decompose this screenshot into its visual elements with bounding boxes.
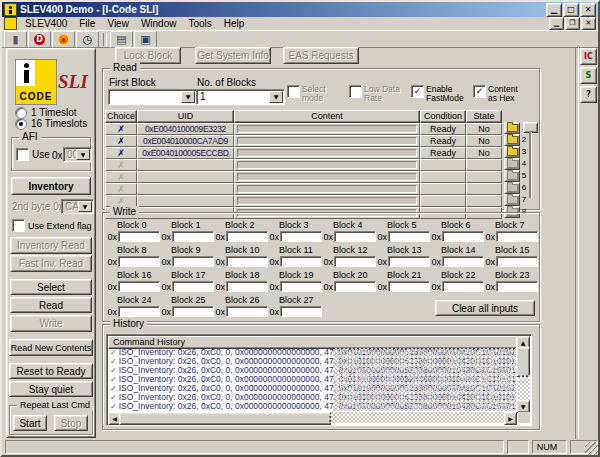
choice-cell[interactable]: ✗ [105,171,137,183]
table-header-content[interactable]: Content [234,110,420,123]
block-27-input[interactable] [280,306,322,317]
first-block-combo[interactable]: ▼ [108,89,197,105]
block-3-input[interactable] [280,231,322,242]
table-header-choice[interactable]: Choice [105,110,137,123]
use-extend-flag-checkbox[interactable] [12,219,25,232]
clock-icon[interactable]: ◷ [76,31,99,48]
block-14-input[interactable] [442,256,484,267]
afi-use-checkbox[interactable] [16,148,29,161]
table-header-state[interactable]: State [466,110,502,123]
block-26-input[interactable] [226,306,268,317]
command-history-list[interactable]: Command History ✓ISO_Inventory: 0x26, 0x… [106,334,532,426]
chevron-down-icon[interactable]: ▼ [78,201,92,212]
block-12-input[interactable] [334,256,376,267]
icode-icon[interactable]: IC [580,48,597,65]
monitor-icon[interactable]: ▣ [134,31,157,48]
select-button[interactable]: Select [10,279,92,295]
radio-1-timeslot[interactable]: 1 Timeslot [15,107,77,118]
checkbox[interactable] [349,85,362,98]
close-button[interactable]: ✕ [580,3,596,17]
vscroll-track[interactable] [518,375,530,400]
radio-1-timeslot-circle[interactable] [15,107,27,119]
block-1-input[interactable] [172,231,214,242]
afi-value-combo[interactable]: 00▼ [63,147,92,162]
block-21-input[interactable] [388,281,430,292]
block-11-input[interactable] [280,256,322,267]
history-entry[interactable]: ✓ISO_Inventory: 0x26, 0xC0, 0, 0x0000000… [108,366,516,375]
checkbox[interactable]: ✓ [411,85,424,98]
menu-file[interactable]: File [73,17,101,30]
open-row-button[interactable] [504,146,520,158]
choice-cell[interactable]: ✗ [105,183,137,195]
properties-icon[interactable]: ▤ [110,31,133,48]
reset-to-ready-button[interactable]: Reset to Ready [9,363,93,379]
block-18-input[interactable] [226,281,268,292]
choice-cell[interactable]: ✗ [105,135,137,147]
choice-cell[interactable]: ✗ [105,123,137,135]
minimize-button[interactable]: ▁ [546,3,562,17]
get-system-info-button[interactable]: Get System Info [195,47,271,64]
history-entry[interactable]: ✓ISO_Inventory: 0x26, 0xC0, 0, 0x0000000… [108,357,516,366]
history-entry[interactable]: ✓ISO_Inventory: 0x26, 0xC0, 0, 0x0000000… [108,393,516,402]
mdi-minimize-button[interactable]: ▁ [549,17,564,30]
hscroll-thumb[interactable] [119,412,331,425]
block-5-input[interactable] [388,231,430,242]
block-22-input[interactable] [442,281,484,292]
eas-requests-button[interactable]: EAS Requests [283,47,359,64]
open-row-button[interactable] [504,170,520,182]
maximize-button[interactable]: □ [563,3,579,17]
block-7-input[interactable] [496,231,538,242]
menu-help[interactable]: Help [218,17,251,30]
d-badge-icon[interactable]: D [28,31,51,48]
block-23-input[interactable] [496,281,538,292]
history-entry[interactable]: ✓ISO_Inventory: 0x26, 0xC0, 0, 0x0000000… [108,375,516,384]
block-20-input[interactable] [334,281,376,292]
checkbox[interactable]: ✓ [473,85,486,98]
hscroll-track[interactable] [329,412,504,423]
block-15-input[interactable] [496,256,538,267]
radio-16-timeslots[interactable]: 16 Timeslots [15,118,87,129]
block-24-input[interactable] [118,306,160,317]
open-row-button[interactable] [504,182,520,194]
checkbox[interactable] [287,85,300,98]
open-row-button[interactable] [504,158,520,170]
chevron-down-icon[interactable]: ▼ [76,149,90,160]
read-button[interactable]: Read [10,297,92,313]
menu-tools[interactable]: Tools [182,17,217,30]
chevron-down-icon[interactable]: ▼ [181,91,195,103]
table-header-uid[interactable]: UID [137,110,234,123]
open-row-button[interactable] [504,194,520,206]
sli-icon[interactable]: S [580,67,597,84]
menu-slev400[interactable]: SLEV400 [19,17,73,30]
context-help-icon[interactable]: ? [580,86,597,103]
menu-window[interactable]: Window [135,17,183,30]
clear-all-inputs-button[interactable]: Clear all inputs [435,300,535,316]
block-19-input[interactable] [280,281,322,292]
menu-view[interactable]: View [101,17,135,30]
choice-cell[interactable]: ✗ [105,159,137,171]
mdi-restore-button[interactable]: ❐ [565,17,580,30]
write-button[interactable]: Write [10,315,92,332]
block-25-input[interactable] [172,306,214,317]
inventory-button[interactable]: Inventory [11,177,91,195]
history-entry[interactable]: ✓ISO_Inventory: 0x26, 0xC0, 0, 0x0000000… [108,348,516,357]
open-row-button[interactable] [504,122,520,134]
resize-grip[interactable] [585,442,598,455]
block-0-input[interactable] [118,231,160,242]
vscroll-thumb[interactable] [516,347,530,377]
stay-quiet-button[interactable]: Stay quiet [9,381,93,397]
hscroll-right-button[interactable]: ▶ [504,412,517,425]
block-9-input[interactable] [172,256,214,267]
mdi-child-icon[interactable] [4,17,17,30]
block-8-input[interactable] [118,256,160,267]
table-slider-track[interactable] [529,132,531,198]
inventory-read-button[interactable]: Inventory Read [10,237,92,254]
start-button[interactable]: Start [13,415,47,431]
mdi-close-button[interactable]: ✕ [581,17,596,30]
history-entry[interactable]: ✓ISO_Inventory: 0x26, 0xC0, 0, 0x0000000… [108,402,516,411]
block-6-input[interactable] [442,231,484,242]
chevron-down-icon[interactable]: ▼ [269,91,283,103]
stop-button[interactable]: Stop [54,415,88,431]
read-new-contents-button[interactable]: Read New Contents [9,339,93,356]
history-entry[interactable]: ✓ISO_Inventory: 0x26, 0xC0, 0, 0x0000000… [108,384,516,393]
